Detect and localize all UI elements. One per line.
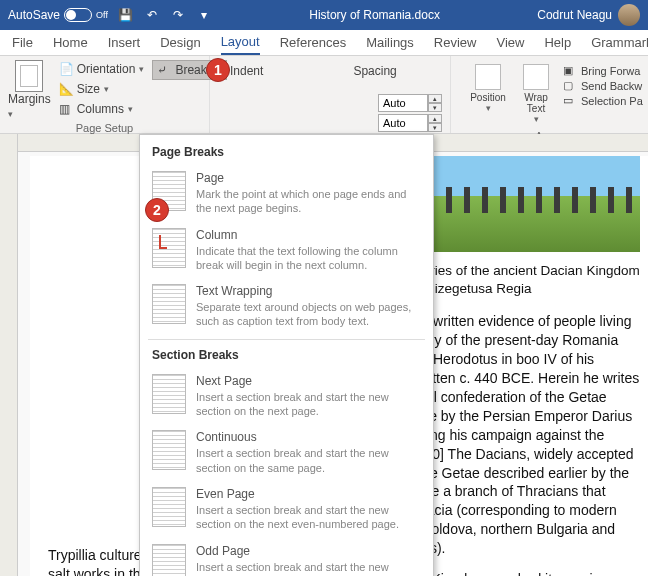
even-page-break-icon — [152, 487, 186, 527]
indent-header: Indent — [230, 64, 263, 78]
page-setup-label: Page Setup — [8, 122, 201, 134]
tab-view[interactable]: View — [496, 31, 524, 54]
break-next-page-item[interactable]: Next PageInsert a section break and star… — [140, 368, 433, 425]
margins-icon — [15, 60, 43, 92]
username: Codrut Neagu — [537, 8, 612, 22]
qat-dropdown-icon[interactable]: ▾ — [196, 7, 212, 23]
spacing-header: Spacing — [353, 64, 396, 78]
breaks-dropdown: Page Breaks PageMark the point at which … — [139, 134, 434, 576]
position-icon — [475, 64, 501, 90]
orientation-button[interactable]: 📄Orientation▾ — [55, 60, 149, 78]
text-wrapping-break-icon — [152, 284, 186, 324]
tab-layout[interactable]: Layout — [221, 30, 260, 55]
continuous-break-icon — [152, 430, 186, 470]
send-backward-button[interactable]: ▢Send Backw — [563, 79, 643, 93]
wrap-text-button[interactable]: Wrap Text▾ — [515, 64, 557, 124]
selection-pane-icon: ▭ — [563, 94, 577, 108]
redo-icon[interactable]: ↷ — [170, 7, 186, 23]
columns-icon: ▥ — [59, 102, 73, 116]
columns-button[interactable]: ▥Columns▾ — [55, 100, 149, 118]
breaks-icon: ⤶ — [157, 63, 171, 77]
section-breaks-header: Section Breaks — [140, 344, 433, 368]
autosave-label: AutoSave — [8, 8, 60, 22]
vertical-ruler[interactable] — [0, 134, 18, 576]
spacing-after[interactable]: ▴▾ — [378, 114, 442, 132]
tab-mailings[interactable]: Mailings — [366, 31, 414, 54]
odd-page-break-icon — [152, 544, 186, 576]
break-page-item[interactable]: PageMark the point at which one page end… — [140, 165, 433, 222]
margins-label: Margins — [8, 92, 51, 106]
spin-up-icon[interactable]: ▴ — [428, 94, 442, 103]
user-account[interactable]: Codrut Neagu — [537, 4, 640, 26]
document-title: History of Romania.docx — [212, 8, 537, 22]
quick-access-toolbar: 💾 ↶ ↷ ▾ — [118, 7, 212, 23]
margins-button[interactable]: Margins ▾ — [8, 60, 51, 120]
toggle-track — [64, 8, 92, 22]
selection-pane-button[interactable]: ▭Selection Pa — [563, 94, 643, 108]
wrap-text-icon — [523, 64, 549, 90]
size-icon: 📐 — [59, 82, 73, 96]
size-button[interactable]: 📐Size▾ — [55, 80, 149, 98]
spacing-before[interactable]: ▴▾ — [378, 94, 442, 112]
titlebar: AutoSave Off 💾 ↶ ↷ ▾ History of Romania.… — [0, 0, 648, 30]
tab-design[interactable]: Design — [160, 31, 200, 54]
break-text-wrapping-item[interactable]: Text WrappingSeparate text around object… — [140, 278, 433, 335]
autosave-state: Off — [96, 10, 108, 20]
annotation-badge-1: 1 — [206, 58, 230, 82]
tab-help[interactable]: Help — [544, 31, 571, 54]
tab-review[interactable]: Review — [434, 31, 477, 54]
tab-insert[interactable]: Insert — [108, 31, 141, 54]
tab-file[interactable]: File — [12, 31, 33, 54]
break-odd-page-item[interactable]: Odd PageInsert a section break and start… — [140, 538, 433, 576]
next-page-break-icon — [152, 374, 186, 414]
autosave-toggle[interactable]: AutoSave Off — [8, 8, 108, 22]
break-even-page-item[interactable]: Even PageInsert a section break and star… — [140, 481, 433, 538]
tab-grammarly[interactable]: Grammarly — [591, 31, 648, 54]
send-backward-icon: ▢ — [563, 79, 577, 93]
orientation-icon: 📄 — [59, 62, 73, 76]
avatar — [618, 4, 640, 26]
annotation-badge-2: 2 — [145, 198, 169, 222]
position-button[interactable]: Position▾ — [467, 64, 509, 124]
ribbon: Margins ▾ 📄Orientation▾ 📐Size▾ ▥Columns▾… — [0, 56, 648, 134]
break-continuous-item[interactable]: ContinuousInsert a section break and sta… — [140, 424, 433, 481]
tab-references[interactable]: References — [280, 31, 346, 54]
page-breaks-header: Page Breaks — [140, 141, 433, 165]
bring-forward-icon: ▣ — [563, 64, 577, 78]
tab-home[interactable]: Home — [53, 31, 88, 54]
column-break-icon — [152, 228, 186, 268]
undo-icon[interactable]: ↶ — [144, 7, 160, 23]
spin-down-icon[interactable]: ▾ — [428, 123, 442, 132]
break-column-item[interactable]: ColumnIndicate that the text following t… — [140, 222, 433, 279]
spin-up-icon[interactable]: ▴ — [428, 114, 442, 123]
ribbon-tabs: File Home Insert Design Layout Reference… — [0, 30, 648, 56]
spin-down-icon[interactable]: ▾ — [428, 103, 442, 112]
bring-forward-button[interactable]: ▣Bring Forwa — [563, 64, 643, 78]
save-icon[interactable]: 💾 — [118, 7, 134, 23]
